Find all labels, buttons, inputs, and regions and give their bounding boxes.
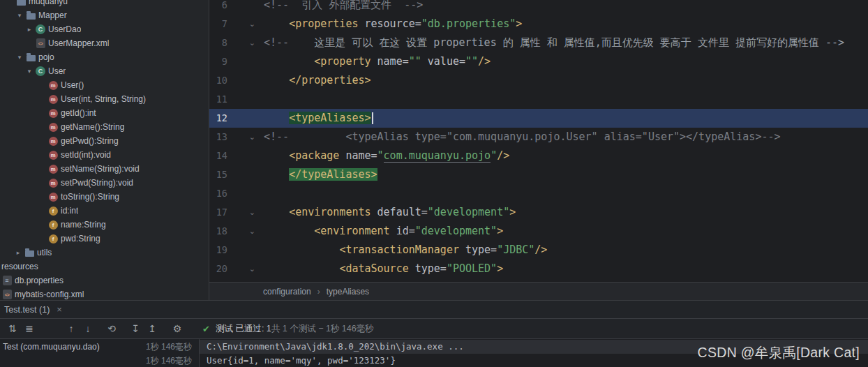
test-summary-detail: 共 1 个测试 − 1秒 146毫秒	[271, 323, 374, 335]
code-editor[interactable]: 6<!-- 引入 外部配置文件 -->7⌄ <properties resour…	[209, 0, 868, 282]
tree-item-getname-string[interactable]: mgetName():String	[0, 120, 209, 134]
editor-line-19[interactable]: 19 <transactionManager type="JDBC"/>	[209, 241, 868, 260]
editor-line-10[interactable]: 10 </properties>	[209, 71, 868, 90]
field-icon: f	[47, 205, 59, 216]
tree-item-user[interactable]: mUser()	[0, 78, 209, 92]
tree-item-mapper[interactable]: ▾Mapper	[0, 8, 209, 22]
editor-line-14[interactable]: 14 <package name="com.muquanyu.pojo"/>	[209, 147, 868, 165]
fold-spacer	[227, 52, 260, 71]
tree-item-resources[interactable]: resources	[0, 260, 209, 274]
line-number: 8	[209, 33, 227, 52]
test-summary-passed: 测试 已通过: 1	[216, 323, 271, 335]
tree-item-utils[interactable]: ▸utils	[0, 246, 209, 260]
props-icon: ≡	[1, 275, 13, 286]
toolbar-icons: ⇅≣↑↓⟲↧↥⚙	[4, 323, 186, 334]
line-number: 13	[209, 128, 227, 147]
code-text: <environment id="development">	[260, 222, 868, 241]
code-text: <typeAliases>	[260, 109, 868, 128]
fold-icon[interactable]: ⌄	[227, 128, 260, 147]
folder-icon	[24, 247, 35, 258]
gutter: 7⌄	[209, 15, 260, 33]
fold-icon[interactable]: ⌄	[227, 260, 260, 278]
tree-item-label: UserDao	[48, 24, 81, 34]
code-text: </properties>	[260, 71, 868, 90]
tree-item-label: muquanyu	[29, 0, 68, 6]
code-text: <property name="" value=""/>	[260, 52, 868, 71]
tree-item-setname-string-void[interactable]: msetName(String):void	[0, 162, 209, 176]
tree-item-usermapper-xml[interactable]: <>UserMapper.xml	[0, 36, 209, 50]
tree-item-db-properties[interactable]: ≡db.properties	[0, 274, 209, 287]
fold-icon[interactable]: ⌄	[227, 203, 260, 222]
editor-line-7[interactable]: 7⌄ <properties resource="db.properties">	[209, 15, 868, 33]
tree-item-label: User()	[61, 80, 84, 90]
text-caret	[372, 112, 373, 124]
editor-line-12[interactable]: 12 <typeAliases>	[209, 109, 868, 128]
tree-item-label: getId():int	[61, 108, 96, 118]
next-test-icon[interactable]: ↓	[80, 323, 96, 334]
test-summary: ✔ 测试 已通过: 1 共 1 个测试 − 1秒 146毫秒	[202, 323, 374, 335]
fold-icon[interactable]: ⌄	[227, 222, 260, 241]
class-icon: C	[35, 24, 46, 35]
chevron-down-icon[interactable]: ▾	[24, 68, 35, 75]
line-number: 17	[209, 203, 227, 222]
tree-item-pojo[interactable]: ▾pojo	[0, 50, 209, 64]
tree-item-setpwd-string-void[interactable]: msetPwd(String):void	[0, 176, 209, 190]
code-text: <!-- 这里是 可以 在这 设置 properties 的 属性 和 属性值,…	[260, 33, 868, 52]
chevron-right-icon: ›	[317, 287, 320, 297]
tree-item-mybatis-config-xml[interactable]: <>mybatis-config.xml	[0, 287, 209, 300]
tree-item-getpwd-string[interactable]: mgetPwd():String	[0, 134, 209, 148]
fold-spacer	[227, 147, 260, 165]
chevron-down-icon[interactable]: ▾	[14, 54, 25, 61]
tree-item-user-int-string-string[interactable]: mUser(int, String, String)	[0, 92, 209, 106]
tree-item-id-int[interactable]: fid:int	[0, 204, 209, 218]
test-history-icon[interactable]: ⟲	[103, 323, 120, 334]
sort-icon[interactable]: ⇅	[4, 323, 21, 334]
tree-item-getid-int[interactable]: mgetId():int	[0, 106, 209, 120]
fold-icon[interactable]: ⌄	[227, 15, 260, 33]
editor-line-11[interactable]: 11	[209, 90, 868, 109]
fold-spacer	[227, 184, 260, 203]
editor-line-8[interactable]: 8⌄<!-- 这里是 可以 在这 设置 properties 的 属性 和 属性…	[209, 33, 868, 52]
method-icon: m	[47, 107, 59, 119]
export-results-icon[interactable]: ↥	[144, 323, 160, 334]
gutter: 20⌄	[209, 260, 260, 278]
editor-line-17[interactable]: 17⌄ <environments default="development">	[209, 203, 868, 222]
test-result-row[interactable]: 1秒 146毫秒	[0, 354, 199, 367]
chevron-down-icon[interactable]: ▾	[14, 12, 25, 19]
code-text: <dataSource type="POOLED">	[260, 260, 868, 278]
previous-test-icon[interactable]: ↑	[63, 323, 80, 334]
tree-item-label: db.properties	[15, 276, 63, 285]
editor-line-16[interactable]: 16	[209, 184, 868, 203]
tree-item-user[interactable]: ▾CUser	[0, 64, 209, 78]
tree-item-tostring-string[interactable]: mtoString():String	[0, 190, 209, 204]
folder-icon	[15, 0, 27, 7]
close-icon[interactable]: ×	[57, 304, 62, 315]
settings-gear-icon[interactable]: ⚙	[169, 323, 186, 334]
xml-icon: <>	[1, 289, 13, 300]
tree-item-pwd-string[interactable]: fpwd:String	[0, 232, 209, 246]
import-results-icon[interactable]: ↧	[127, 323, 144, 334]
editor-line-20[interactable]: 20⌄ <dataSource type="POOLED">	[209, 260, 868, 278]
gutter: 17⌄	[209, 203, 260, 222]
tree-item-setid-int-void[interactable]: msetId(int):void	[0, 148, 209, 162]
editor-line-9[interactable]: 9 <property name="" value=""/>	[209, 52, 868, 71]
tab-test-test[interactable]: Test.test (1)	[4, 305, 50, 315]
test-result-row[interactable]: Test (com.muquanyu.dao)1秒 146毫秒	[0, 340, 199, 354]
method-icon: m	[47, 121, 59, 133]
editor-line-6[interactable]: 6<!-- 引入 外部配置文件 -->	[209, 0, 868, 15]
editor-line-18[interactable]: 18⌄ <environment id="development">	[209, 222, 868, 241]
chevron-right-icon[interactable]: ▸	[13, 249, 24, 256]
editor-line-15[interactable]: 15 </typeAliases>	[209, 165, 868, 184]
chevron-right-icon[interactable]: ▸	[24, 26, 35, 33]
code-text	[260, 184, 868, 203]
tree-item-muquanyu[interactable]: muquanyu	[0, 0, 209, 8]
breadcrumb-typealiases[interactable]: typeAliases	[327, 287, 369, 297]
code-text: <environments default="development">	[260, 203, 868, 222]
editor-line-13[interactable]: 13⌄<!-- <typeAlias type="com.muquanyu.po…	[209, 128, 868, 147]
fold-icon[interactable]: ⌄	[227, 33, 260, 52]
line-number: 11	[209, 90, 227, 109]
breadcrumb-configuration[interactable]: configuration	[263, 287, 311, 297]
tree-item-userdao[interactable]: ▸CUserDao	[0, 22, 209, 36]
tree-item-name-string[interactable]: fname:String	[0, 218, 209, 232]
list-options-icon[interactable]: ≣	[21, 323, 38, 334]
